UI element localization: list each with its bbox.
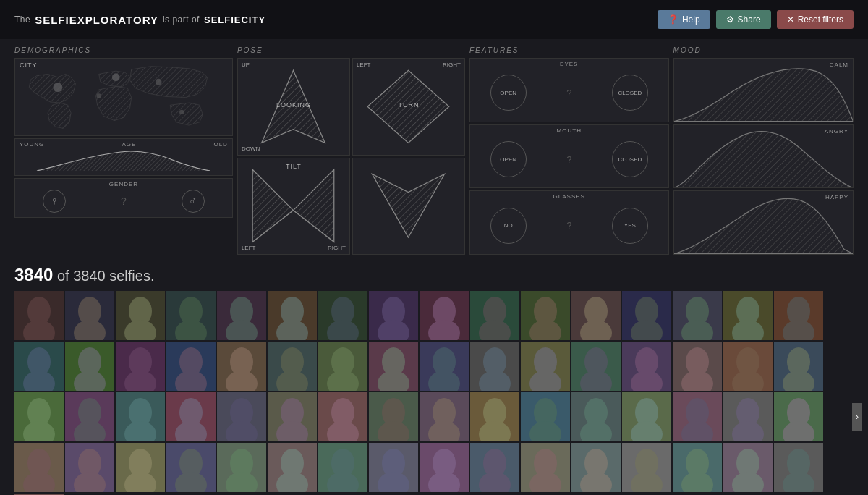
share-button[interactable]: ⚙ Share: [716, 10, 771, 29]
photo-cell[interactable]: [166, 342, 216, 391]
photo-cell[interactable]: [14, 342, 64, 391]
photo-cell[interactable]: [420, 342, 469, 391]
photo-cell[interactable]: [723, 392, 773, 441]
glasses-yes-btn[interactable]: YES: [612, 208, 648, 244]
photo-cell[interactable]: [521, 291, 570, 340]
photo-cell[interactable]: [14, 443, 64, 492]
photo-cell[interactable]: [774, 443, 823, 492]
photo-cell[interactable]: [571, 392, 621, 441]
photo-cell[interactable]: [774, 291, 823, 340]
photo-cell[interactable]: [166, 291, 216, 340]
photo-cell[interactable]: [521, 342, 570, 391]
calm-row[interactable]: CALM: [673, 58, 854, 122]
photo-cell[interactable]: [268, 392, 317, 441]
photo-cell[interactable]: [217, 291, 266, 340]
tilt-left-cell[interactable]: LEFT RIGHT TILT: [237, 158, 350, 255]
photo-cell[interactable]: [268, 291, 317, 340]
happy-row[interactable]: HAPPY: [673, 190, 854, 255]
photo-cell[interactable]: [521, 443, 570, 492]
photo-cell[interactable]: [116, 342, 165, 391]
next-page-button[interactable]: ›: [852, 403, 862, 431]
angry-label: ANGRY: [825, 128, 848, 135]
reset-button[interactable]: ✕ Reset filters: [777, 10, 854, 29]
photo-cell[interactable]: [673, 291, 722, 340]
tilt-right-label: RIGHT: [328, 245, 346, 251]
photo-cell[interactable]: [65, 342, 114, 391]
photo-cell[interactable]: [470, 443, 519, 492]
photo-cell[interactable]: [14, 392, 64, 441]
photo-cell[interactable]: [268, 342, 317, 391]
photo-cell[interactable]: [622, 392, 671, 441]
photo-cell[interactable]: [116, 392, 165, 441]
photo-cell[interactable]: [622, 342, 671, 391]
photo-cell[interactable]: [14, 291, 64, 340]
photo-cell[interactable]: [673, 443, 722, 492]
photo-cell[interactable]: [369, 291, 418, 340]
photo-cell[interactable]: [318, 342, 367, 391]
photo-cell[interactable]: [571, 443, 621, 492]
photo-cell[interactable]: [268, 443, 317, 492]
photo-cell[interactable]: [723, 291, 773, 340]
photo-cell[interactable]: [673, 342, 722, 391]
photo-cell[interactable]: [622, 291, 671, 340]
photo-cell[interactable]: [369, 392, 418, 441]
svg-point-82: [74, 421, 106, 441]
photo-cell[interactable]: [318, 392, 367, 441]
tilt-right-cell[interactable]: [352, 158, 465, 255]
photo-cell[interactable]: [65, 392, 114, 441]
photo-cell[interactable]: [774, 342, 823, 391]
glasses-row[interactable]: GLASSES NO ? YES: [469, 190, 669, 255]
photo-cell[interactable]: [571, 291, 621, 340]
photo-cell[interactable]: [116, 291, 165, 340]
photo-cell[interactable]: [217, 392, 266, 441]
age-filter[interactable]: YOUNG AGE OLD: [14, 138, 233, 176]
svg-point-94: [378, 421, 409, 441]
help-label: Help: [682, 14, 700, 25]
angry-chart: [674, 125, 853, 188]
female-button[interactable]: ♀: [43, 190, 66, 213]
photo-cell[interactable]: [571, 342, 621, 391]
photo-cell[interactable]: [420, 291, 469, 340]
photo-cell[interactable]: [217, 443, 266, 492]
mouth-row[interactable]: MOUTH OPEN ? CLOSED: [469, 124, 669, 189]
photo-cell[interactable]: [521, 392, 570, 441]
photo-cell[interactable]: [470, 342, 519, 391]
eyes-open-btn[interactable]: OPEN: [490, 75, 527, 111]
mouth-open-btn[interactable]: OPEN: [490, 141, 527, 177]
photo-cell[interactable]: [166, 392, 216, 441]
eyes-closed-btn[interactable]: CLOSED: [612, 75, 648, 111]
male-button[interactable]: ♂: [182, 190, 205, 213]
photo-cell[interactable]: [369, 443, 418, 492]
reset-icon: ✕: [787, 14, 794, 25]
photo-cell[interactable]: [774, 392, 823, 441]
photo-cell[interactable]: [723, 342, 773, 391]
turn-right-cell[interactable]: LEFT RIGHT TURN: [352, 58, 465, 156]
photo-cell[interactable]: [65, 443, 114, 492]
help-button[interactable]: ❓ Help: [658, 10, 710, 29]
photo-cell[interactable]: [420, 392, 469, 441]
mouth-closed-btn[interactable]: CLOSED: [612, 141, 648, 177]
photo-cell[interactable]: [470, 291, 519, 340]
photo-cell[interactable]: [369, 342, 418, 391]
gender-filter[interactable]: GENDER ♀ ? ♂: [14, 178, 233, 218]
photo-cell[interactable]: [622, 443, 671, 492]
photo-cell[interactable]: [470, 392, 519, 441]
svg-point-18: [74, 320, 106, 340]
turn-cell[interactable]: UP DOWN LOOKING: [237, 58, 350, 156]
city-map[interactable]: CITY: [14, 58, 233, 136]
photo-cell[interactable]: [420, 443, 469, 492]
svg-point-20: [124, 320, 156, 340]
photo-cell[interactable]: [65, 291, 114, 340]
glasses-no-btn[interactable]: NO: [490, 208, 527, 244]
photo-cell[interactable]: [723, 443, 773, 492]
photo-cell[interactable]: [673, 392, 722, 441]
photo-cell[interactable]: [217, 342, 266, 391]
results-label: of 3840 selfies.: [57, 268, 155, 284]
photo-cell[interactable]: [318, 291, 367, 340]
eyes-row[interactable]: EYES OPEN ? CLOSED: [469, 58, 669, 122]
photo-cell[interactable]: [166, 443, 216, 492]
results-area: 3840 of 3840 selfies.: [0, 255, 868, 291]
angry-row[interactable]: ANGRY: [673, 124, 854, 189]
photo-cell[interactable]: [318, 443, 367, 492]
photo-cell[interactable]: [116, 443, 165, 492]
